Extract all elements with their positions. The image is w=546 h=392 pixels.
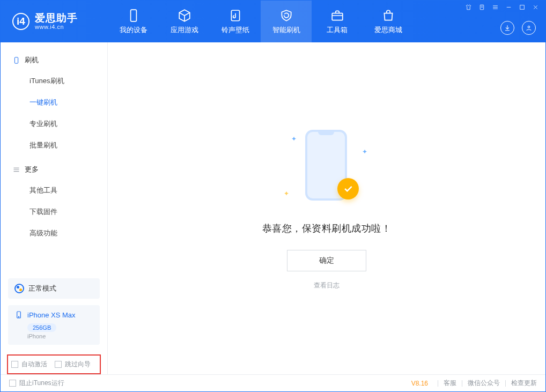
group-label: 更多	[25, 165, 39, 174]
device-name: iPhone XS Max	[27, 311, 76, 319]
maximize-button[interactable]	[519, 4, 526, 12]
nav-apps-games[interactable]: 应用游戏	[159, 1, 210, 42]
version-label: V8.16	[411, 380, 428, 387]
svg-rect-0	[130, 10, 136, 21]
checkbox-icon	[11, 361, 18, 368]
sidebar-group-flash[interactable]: 刷机	[1, 50, 107, 70]
app-name: 爱思助手	[35, 13, 78, 24]
divider	[462, 380, 462, 387]
sidebar-item-download-firmware[interactable]: 下载固件	[1, 201, 107, 223]
divider	[505, 380, 506, 387]
status-bar: 阻止iTunes运行 V8.16 客服 微信公众号 检查更新	[1, 374, 545, 391]
option-skip-guide[interactable]: 跳过向导	[55, 360, 91, 369]
sidebar-item-other-tools[interactable]: 其他工具	[1, 180, 107, 201]
svg-point-8	[18, 316, 19, 317]
wechat-link[interactable]: 微信公众号	[468, 379, 500, 388]
nav-label: 爱思商城	[374, 25, 402, 35]
sparkle-icon: ✦	[284, 190, 289, 197]
sidebar-item-advanced[interactable]: 高级功能	[1, 223, 107, 244]
main-nav: 我的设备 应用游戏 铃声壁纸 智能刷机 工具箱 爱思商城	[108, 1, 414, 42]
check-update-link[interactable]: 检查更新	[511, 379, 537, 388]
option-label: 跳过向导	[65, 360, 91, 369]
sidebar-item-oneclick-flash[interactable]: 一键刷机	[1, 92, 107, 113]
sidebar-group-more[interactable]: 更多	[1, 159, 107, 180]
app-window: i4 爱思助手 www.i4.cn 我的设备 应用游戏 铃声壁纸 智能刷机	[0, 0, 546, 392]
sidebar-item-batch-flash[interactable]: 批量刷机	[1, 135, 107, 156]
list-icon	[12, 166, 20, 174]
minimize-button[interactable]	[505, 4, 512, 12]
view-log-link[interactable]: 查看日志	[314, 281, 340, 290]
checkbox-icon	[55, 361, 62, 368]
capacity-badge: 256GB	[27, 323, 56, 332]
user-button[interactable]	[522, 21, 536, 35]
header-right	[465, 1, 545, 42]
nav-label: 智能刷机	[272, 25, 300, 35]
sidebar: 刷机 iTunes刷机 一键刷机 专业刷机 批量刷机 更多 其他工具 下载固件 …	[1, 42, 108, 374]
toolbox-icon	[330, 8, 345, 23]
confirm-button[interactable]: 确定	[287, 250, 366, 271]
nav-label: 应用游戏	[171, 25, 198, 35]
success-illustration: ✦ ✦ ✦	[289, 127, 364, 205]
nav-label: 铃声壁纸	[222, 25, 249, 35]
phone-outline-icon	[12, 56, 20, 64]
svg-rect-2	[332, 13, 343, 20]
shopping-bag-icon	[381, 8, 396, 23]
refresh-shield-icon	[279, 8, 294, 23]
success-check-icon	[337, 178, 359, 199]
logo[interactable]: i4 爱思助手 www.i4.cn	[1, 13, 108, 31]
nav-toolbox[interactable]: 工具箱	[312, 1, 363, 42]
cube-icon	[177, 8, 192, 23]
sparkle-icon: ✦	[291, 135, 297, 143]
sidebar-item-itunes-flash[interactable]: iTunes刷机	[1, 70, 107, 92]
shirt-icon[interactable]	[465, 4, 472, 12]
svg-point-5	[528, 26, 530, 28]
menu-icon[interactable]	[492, 4, 499, 12]
divider	[438, 380, 438, 387]
music-note-icon	[228, 8, 243, 23]
checkbox-icon	[9, 380, 16, 387]
support-link[interactable]: 客服	[444, 379, 456, 388]
device-box[interactable]: iPhone XS Max 256GB iPhone	[8, 305, 100, 345]
title-bar: i4 爱思助手 www.i4.cn 我的设备 应用游戏 铃声壁纸 智能刷机	[1, 1, 545, 42]
device-mode-box[interactable]: 正常模式	[8, 278, 100, 299]
svg-rect-4	[520, 5, 525, 10]
account-controls	[500, 21, 539, 42]
mode-label: 正常模式	[28, 284, 56, 293]
nav-ringtones-wallpapers[interactable]: 铃声壁纸	[210, 1, 261, 42]
main-content: ✦ ✦ ✦ 恭喜您，保资料刷机成功啦！ 确定 查看日志	[108, 42, 545, 374]
device-type: iPhone	[27, 333, 93, 339]
group-label: 刷机	[25, 55, 39, 65]
phone-icon	[126, 8, 141, 23]
flash-options-row: 自动激活 跳过向导	[7, 354, 101, 374]
close-button[interactable]	[532, 4, 539, 12]
nav-my-device[interactable]: 我的设备	[108, 1, 159, 42]
option-label: 阻止iTunes运行	[19, 379, 64, 388]
note-icon[interactable]	[478, 4, 485, 12]
nav-smart-flash[interactable]: 智能刷机	[261, 1, 312, 42]
option-auto-activate[interactable]: 自动激活	[11, 360, 47, 369]
sidebar-item-pro-flash[interactable]: 专业刷机	[1, 113, 107, 135]
download-button[interactable]	[500, 21, 514, 35]
mode-icon	[14, 284, 24, 293]
nav-store[interactable]: 爱思商城	[363, 1, 414, 42]
option-block-itunes[interactable]: 阻止iTunes运行	[9, 379, 64, 388]
logo-icon: i4	[12, 13, 29, 30]
success-message: 恭喜您，保资料刷机成功啦！	[262, 222, 392, 235]
option-label: 自动激活	[21, 360, 47, 369]
window-controls	[465, 4, 539, 12]
status-right: V8.16 客服 微信公众号 检查更新	[411, 379, 537, 388]
nav-label: 工具箱	[327, 25, 348, 35]
sparkle-icon: ✦	[362, 148, 367, 156]
sidebar-menu: 刷机 iTunes刷机 一键刷机 专业刷机 批量刷机 更多 其他工具 下载固件 …	[1, 42, 107, 278]
device-icon	[14, 310, 23, 319]
app-url: www.i4.cn	[35, 24, 78, 30]
body: 刷机 iTunes刷机 一键刷机 专业刷机 批量刷机 更多 其他工具 下载固件 …	[1, 42, 545, 374]
logo-text: 爱思助手 www.i4.cn	[35, 13, 78, 31]
nav-label: 我的设备	[120, 25, 147, 35]
svg-rect-6	[14, 57, 18, 63]
